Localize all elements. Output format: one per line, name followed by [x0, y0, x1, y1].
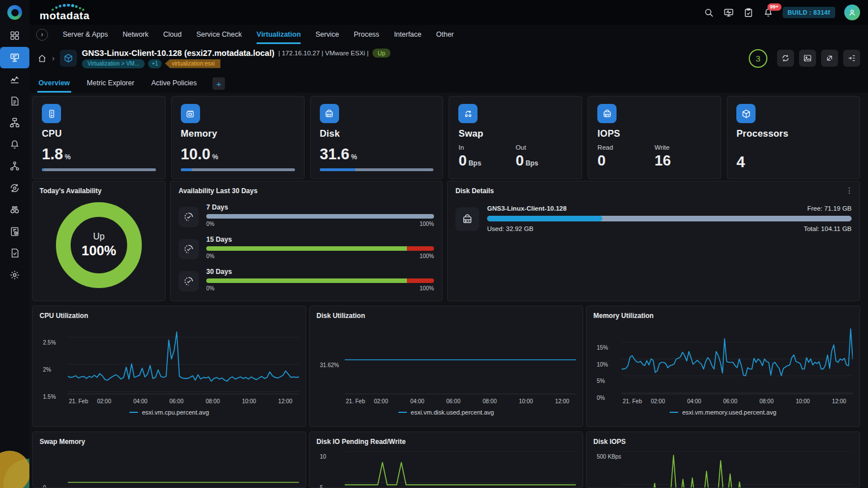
legend-label: esxi.vm.cpu.percent.avg: [142, 409, 209, 416]
availability-bar: [206, 214, 434, 219]
iops-disk-icon: [597, 104, 617, 123]
sidebar-item-netflow[interactable]: [0, 112, 29, 134]
decorative-circle-gold: [0, 451, 29, 488]
sidebar-item-reports[interactable]: [0, 221, 29, 243]
memory-unit: %: [212, 153, 218, 161]
dashboard-content: CPU 1.8% Memory 10.0% Disk: [29, 93, 868, 488]
bar-min: 0%: [206, 221, 214, 227]
report-icon: [9, 226, 20, 237]
chart-legend: esxi.vm.disk.used.percent.avg: [316, 406, 576, 419]
sidebar-item-compliance[interactable]: [0, 242, 29, 264]
snapshot-button[interactable]: [799, 50, 816, 67]
monitor-activity-icon[interactable]: [723, 7, 734, 18]
app-root: motadata 99+ BUILD : 8314f: [0, 0, 868, 488]
monitor-meta: | 172.16.10.27 | VMware ESXi |: [279, 50, 369, 56]
availability-row-30days: 30 Days 0%100%: [179, 268, 434, 291]
legend-label: esxi.vm.memory.used.percent.avg: [682, 409, 776, 416]
tab-active-policies[interactable]: Active Policies: [150, 79, 198, 93]
cpu-icon: [42, 104, 61, 123]
chart-legend: esxi.vm.memory.used.percent.avg: [593, 406, 853, 419]
availability-bar: [206, 278, 434, 283]
tab-overview[interactable]: Overview: [37, 79, 71, 93]
chart-legend: esxi.vm.cpu.percent.avg: [40, 406, 299, 419]
card-title: CPU: [42, 128, 156, 139]
disk-details-panel: Disk Details ⋮ GNS3-Linux-Client-10.128 …: [447, 181, 860, 301]
x-tick-label: 04:00: [687, 398, 701, 404]
iops-card: IOPS Read 0 Write 16: [588, 96, 721, 179]
search-icon[interactable]: [704, 7, 714, 18]
nav-item-virtualization[interactable]: Virtualization: [257, 25, 301, 44]
disk-drive-icon: [455, 207, 479, 231]
nav-item-interface[interactable]: Interface: [394, 25, 422, 44]
nav-item-cloud[interactable]: Cloud: [163, 25, 182, 44]
sidebar-item-automation[interactable]: [0, 177, 29, 199]
side-panel-button[interactable]: [843, 50, 860, 67]
swap-in-label: In: [458, 144, 515, 151]
plot-area: [345, 325, 576, 394]
sidebar-item-discovery[interactable]: [0, 199, 29, 221]
nav-item-process[interactable]: Process: [354, 25, 379, 44]
nav-item-service[interactable]: Service: [315, 25, 339, 44]
add-tab-button[interactable]: +: [212, 77, 225, 90]
memory-progress: [181, 168, 295, 171]
user-avatar[interactable]: [844, 5, 860, 20]
bar-max: 100%: [419, 221, 434, 227]
sidebar: [0, 0, 29, 488]
motadata-logo-icon[interactable]: [0, 0, 29, 25]
legend-dash: [398, 412, 407, 413]
monitor-tabs: Overview Metric Explorer Active Policies…: [29, 72, 868, 93]
disk-card: Disk 31.6%: [310, 96, 444, 179]
nav-item-service-check[interactable]: Service Check: [196, 25, 242, 44]
notifications-bell-icon[interactable]: 99+: [763, 7, 774, 18]
sidebar-item-dashboard[interactable]: [0, 25, 29, 47]
sidebar-item-logs[interactable]: [0, 90, 29, 112]
card-title: Swap: [458, 128, 572, 139]
more-groups-pill[interactable]: +1: [148, 59, 161, 68]
sidebar-item-alerts[interactable]: [0, 134, 29, 156]
server-monitor-icon: [9, 52, 20, 63]
tag-virtualization-esxi[interactable]: virtualization:esxi: [165, 59, 220, 68]
expand-button[interactable]: [821, 50, 838, 67]
nav-item-other[interactable]: Other: [436, 25, 454, 44]
group-pill[interactable]: Virtualization > VM...: [82, 59, 145, 68]
availability-row-15days: 15 Days 0%100%: [179, 236, 434, 259]
y-tick-label: 2%: [43, 367, 51, 373]
refresh-button[interactable]: [777, 50, 794, 67]
y-tick-label: 5%: [597, 378, 605, 384]
y-tick-label: 10: [320, 454, 326, 460]
home-icon[interactable]: [37, 54, 47, 63]
checklist-doc-icon: [9, 247, 20, 259]
x-tick-label: 21. Feb: [623, 398, 642, 404]
clipboard-check-icon[interactable]: [743, 7, 754, 18]
panel-title: Availability Last 30 Days: [179, 187, 434, 195]
cpu-value: 1.8: [42, 146, 63, 163]
sidebar-item-topology[interactable]: [0, 155, 29, 177]
nav-item-server-apps[interactable]: Server & Apps: [63, 25, 108, 44]
disk-usage-bar: [487, 216, 852, 221]
sidebar-item-monitors[interactable]: [0, 47, 29, 69]
flow-icon: [9, 117, 20, 128]
x-tick-label: 08:00: [760, 398, 774, 404]
card-title: Memory: [181, 128, 295, 139]
tab-metric-explorer[interactable]: Metric Explorer: [86, 79, 136, 93]
plot-area: [622, 325, 853, 394]
status-badge: Up: [372, 49, 390, 58]
monitor-count-badge[interactable]: 3: [749, 49, 767, 68]
binoculars-icon: [9, 204, 20, 215]
card-title: Disk: [320, 128, 434, 139]
sidebar-item-metrics[interactable]: [0, 68, 29, 90]
iops-write-label: Write: [654, 144, 711, 151]
iops-read-value: 0: [597, 152, 605, 169]
nav-collapse-button[interactable]: ›: [36, 29, 48, 41]
x-tick-label: 10:00: [519, 398, 533, 404]
sidebar-item-settings[interactable]: [0, 264, 29, 286]
kebab-menu-icon[interactable]: ⋮: [845, 186, 854, 195]
legend-dash: [670, 412, 678, 413]
x-tick-label: 08:00: [483, 398, 497, 404]
nav-item-network[interactable]: Network: [123, 25, 149, 44]
availability-bar: [206, 246, 434, 251]
chart-title: Disk IO Pending Read/Write: [316, 438, 576, 446]
x-tick-label: 12:00: [555, 398, 569, 404]
automation-icon: [9, 182, 20, 194]
iops-read-label: Read: [597, 144, 654, 151]
